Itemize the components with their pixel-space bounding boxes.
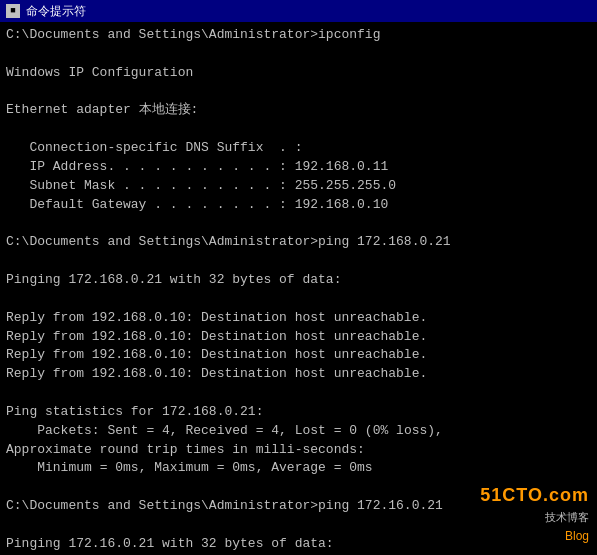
window-icon: ■: [6, 4, 20, 18]
watermark: 51CTO.com 技术博客 Blog: [480, 482, 589, 545]
cmd-window: ■ 命令提示符 C:\Documents and Settings\Admini…: [0, 0, 597, 555]
watermark-blog: Blog: [565, 528, 589, 545]
terminal-output: C:\Documents and Settings\Administrator>…: [6, 26, 591, 555]
window-title: 命令提示符: [26, 3, 86, 20]
watermark-site: 51CTO.com: [480, 482, 589, 508]
watermark-label: 技术博客: [545, 510, 589, 526]
title-bar: ■ 命令提示符: [0, 0, 597, 22]
terminal-body[interactable]: C:\Documents and Settings\Administrator>…: [0, 22, 597, 555]
